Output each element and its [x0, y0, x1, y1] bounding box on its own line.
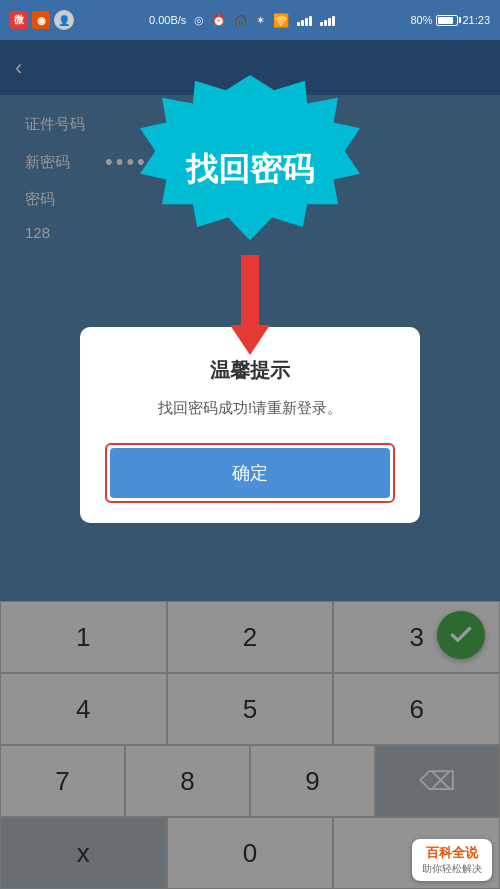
wifi-icon: 🛜 [273, 13, 289, 28]
avatar-icon: 👤 [54, 10, 74, 30]
status-icon-orange: ◉ [32, 11, 50, 29]
status-icon-red: 微 [10, 11, 28, 29]
arrow-shaft [241, 255, 259, 325]
signal-bars [297, 14, 312, 26]
dialog-title: 温馨提示 [105, 357, 395, 384]
dialog-box: 温馨提示 找回密码成功!请重新登录。 确定 [80, 327, 420, 523]
watermark: 百科全说 助你轻松解决 [412, 839, 492, 881]
status-left-icons: 微 ◉ 👤 [10, 10, 74, 30]
watermark-subtitle: 助你轻松解决 [422, 862, 482, 876]
battery-indicator [436, 15, 458, 26]
annotation-text: 找回密码 [186, 148, 314, 192]
status-center: 0.00B/s ◎ ⏰ 🎧 ✶ 🛜 [149, 13, 335, 28]
dialog-message: 找回密码成功!请重新登录。 [105, 399, 395, 418]
red-arrow [230, 255, 270, 355]
headphone-icon: 🎧 [234, 14, 248, 27]
confirm-button[interactable]: 确定 [110, 448, 390, 498]
dialog-btn-wrapper: 确定 [105, 443, 395, 503]
bluetooth-icon: ✶ [256, 14, 265, 27]
watermark-title: 百科全说 [426, 844, 478, 862]
location-icon: ◎ [194, 14, 204, 27]
alarm-icon: ⏰ [212, 14, 226, 27]
battery-percent: 80% [410, 14, 432, 26]
clock: 21:23 [462, 14, 490, 26]
arrow-head [230, 325, 270, 355]
signal-bars-2 [320, 14, 335, 26]
main-page: ‹ 证件号码 新密码 •••••••••• 密码 128 找回密码 温馨提示 找… [0, 40, 500, 889]
status-right: 80% 21:23 [410, 14, 490, 26]
network-speed: 0.00B/s [149, 14, 186, 26]
status-bar: 微 ◉ 👤 0.00B/s ◎ ⏰ 🎧 ✶ 🛜 80% 21:23 [0, 0, 500, 40]
